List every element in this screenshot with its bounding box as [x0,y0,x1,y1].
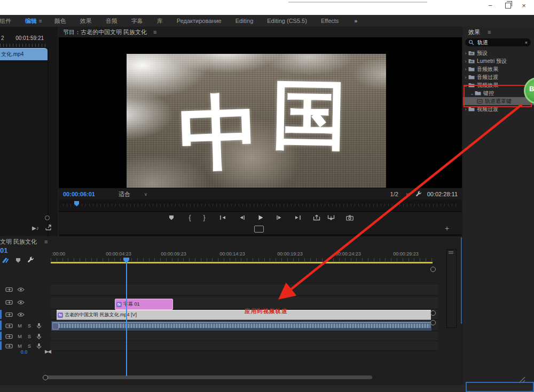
clip-main-video[interactable]: fx 古老的中国文明 民族文化.mp4 [V] [57,310,431,320]
program-panel-menu-icon[interactable]: ≡ [147,29,156,35]
mic-voiceover-icon[interactable] [36,343,42,349]
fit-sequence-icon[interactable]: ▶◀ [45,349,50,354]
lift-button[interactable] [312,213,321,222]
chevron-right-icon[interactable]: › [463,51,468,56]
mark-in-button[interactable]: { [185,213,195,222]
toggle-track-output-eye-icon[interactable] [17,313,25,317]
timeline-timecode[interactable]: 01 [0,246,7,254]
playhead-line[interactable] [126,262,127,376]
chevron-right-icon[interactable]: › [463,59,468,64]
export-frame-icon[interactable] [45,224,52,231]
restore-button[interactable] [501,1,515,10]
workspace-tab-editing-cs55[interactable]: Editing (CS5.5) [260,18,314,24]
effects-panel-menu-icon[interactable]: ≡ [480,29,491,35]
source-patch-icon[interactable] [5,343,13,349]
source-patch-icon[interactable] [5,323,13,329]
effects-search-box[interactable]: 轨道 × [465,38,531,46]
mic-voiceover-icon[interactable] [36,323,42,329]
vertical-scrollbar[interactable] [446,249,457,328]
source-patch-icon[interactable] [5,287,13,292]
play-button[interactable] [256,213,265,222]
chevron-down-icon: ∨ [406,192,409,197]
audio-level-value[interactable]: 0.0 [15,349,33,355]
workspace-menu-icon[interactable]: ≡ [39,18,48,24]
program-scrub-bar[interactable] [59,199,462,212]
source-ruler[interactable] [0,44,48,47]
workspace-tab-effects-cn[interactable]: 效果 [73,17,99,25]
marker-icon[interactable] [15,258,21,263]
timeline-settings-wrench-icon[interactable] [27,257,34,263]
track-resize-knob[interactable] [430,310,436,316]
preset-folder-icon [468,59,475,63]
tree-item-lumetri-presets[interactable]: › Lumetri 预设 [463,57,534,65]
workspace-tab-titles[interactable]: 字幕 [124,17,150,25]
workspace-tab-editing-en[interactable]: Editing [229,18,261,24]
tree-item-audio-effects[interactable]: › 音频效果 [463,65,534,73]
toggle-track-output-eye-icon[interactable] [17,300,25,305]
safe-margins-button[interactable] [254,226,264,233]
track-resize-knob[interactable] [430,267,436,272]
timeline-ruler[interactable] [51,258,433,261]
search-input-value[interactable]: 轨道 [477,39,488,46]
workspace-overflow-chevron[interactable]: » [345,18,366,24]
workspace-tab-editing-cn[interactable]: 编辑 [18,17,39,25]
playback-resolution-select[interactable]: 1/2 [390,191,398,197]
workspace-tab-color[interactable]: 颜色 [48,17,73,25]
source-patch-icon[interactable] [5,334,13,339]
timeline-tab[interactable]: 文明 民族文化 ≡ [0,237,160,246]
solo-track-button[interactable]: S [27,343,32,349]
source-patch-icon[interactable] [5,300,13,305]
track-resize-knob[interactable] [430,320,436,325]
workspace-tab-editing-ru[interactable]: Редактирование [170,18,229,24]
drag-audio-icon[interactable]: ▶♪ [32,225,39,231]
scrollbar-knob[interactable] [43,375,48,380]
settings-wrench-icon[interactable] [415,191,422,197]
workspace-tab-components[interactable]: 组件 [0,17,18,25]
add-marker-button[interactable] [167,213,176,222]
close-button[interactable]: × [517,1,531,10]
workspace-tab-audio[interactable]: 音频 [99,17,124,25]
mute-track-button[interactable]: M [17,343,22,349]
workspace-tab-library[interactable]: 库 [150,17,170,25]
clip-subtitle-01[interactable]: fx 字幕 01 [115,299,173,310]
source-clip-bar[interactable]: 文化.mp4 [0,48,48,60]
chevron-right-icon[interactable]: › [463,107,468,112]
mark-out-button[interactable]: } [200,213,209,222]
step-back-button[interactable] [237,213,247,222]
solo-track-button[interactable]: S [27,334,32,339]
clip-main-audio[interactable] [51,321,432,331]
go-to-out-button[interactable] [293,213,303,222]
track-v3-lane[interactable] [51,285,438,295]
solo-track-button[interactable]: S [27,323,32,329]
program-position-timecode[interactable]: 00:00:06:01 [63,191,95,197]
button-editor-plus[interactable]: + [445,224,449,233]
source-patch-icon[interactable] [5,312,13,317]
chevron-right-icon[interactable]: › [463,75,468,80]
toggle-track-output-eye-icon[interactable] [17,287,25,292]
chevron-right-icon[interactable]: › [463,67,468,72]
effects-tab[interactable]: 效果 ≡ [463,27,534,37]
step-forward-button[interactable] [274,213,284,222]
track-a2-lane[interactable] [51,332,438,341]
extract-button[interactable] [326,213,336,222]
source-scroll-knob[interactable] [45,215,50,220]
workspace-tab-effects-en[interactable]: Effects [314,18,345,24]
export-frame-button[interactable] [345,213,355,222]
program-tab[interactable]: 节目：古老的中国文明 民族文化 ≡ [59,27,462,37]
ruler-label: 00:00:19:23 [273,251,307,257]
timeline-panel-menu-icon[interactable]: ≡ [37,238,48,245]
tree-item-presets[interactable]: › 预设 [463,49,534,57]
insert-overwrite-icon[interactable] [1,257,9,263]
mute-track-button[interactable]: M [17,334,22,339]
zoom-fit-select[interactable]: 适合 [119,190,130,198]
horizontal-scrollbar[interactable] [45,375,372,379]
mic-voiceover-icon[interactable] [36,333,42,340]
track-a3-lane[interactable] [51,341,438,351]
program-duration-timecode: 00:02:28:11 [427,191,458,197]
minimize-button[interactable]: − [483,1,497,10]
search-clear-icon[interactable]: × [525,40,528,45]
mute-track-button[interactable]: M [17,323,22,329]
go-to-in-button[interactable] [218,213,228,222]
window-resize-grip[interactable] [512,376,525,383]
tree-item-audio-transitions[interactable]: › 音频过渡 [463,73,534,81]
